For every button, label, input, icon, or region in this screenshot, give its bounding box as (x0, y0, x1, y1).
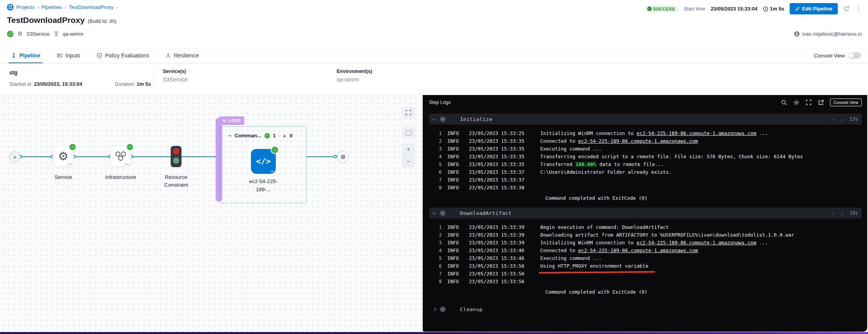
log-timestamp: 23/05/2023 15:33:39 (469, 231, 535, 239)
stage-name[interactable]: stg (9, 69, 17, 76)
chevron-down-icon[interactable] (432, 211, 436, 215)
step-success-icon: ✓ (440, 210, 446, 216)
execution-graph-canvas[interactable]: ▶ ⚙ </> ✓ Service </> ✓ Infrastructure (0, 95, 423, 332)
log-host-link[interactable]: ec2-54-225-189-86.compute-1.amazonaws.co… (578, 138, 698, 144)
success-check-icon: ✓ (127, 144, 133, 150)
title-row: TestDownloadProxy (Build Id: 30) (7, 16, 116, 25)
log-section-name: Cleanup (460, 306, 482, 312)
scroll-bottom-icon[interactable]: ↓ (841, 116, 844, 122)
log-message: Transferring encoded script to a remote … (540, 153, 803, 161)
breadcrumb-pipeline-name[interactable]: TestDownloadProxy (69, 4, 114, 10)
success-check-icon: ✓ (271, 147, 278, 153)
services-label: Service(s) (163, 69, 188, 74)
tab-inputs[interactable]: Inputs (54, 48, 83, 63)
scroll-bottom-icon[interactable]: ↓ (841, 210, 844, 216)
service-node[interactable]: ⚙ </> ✓ (53, 146, 74, 167)
search-button[interactable] (781, 100, 787, 106)
chevron-right-icon[interactable] (432, 307, 436, 311)
log-line: 6INFO23/05/2023 15:33:37C:\Users\Adminis… (434, 168, 862, 176)
step-group-name[interactable]: Comman... (235, 133, 261, 138)
code-corner-icon: </> (68, 163, 72, 166)
zoom-in-button[interactable]: + (402, 143, 415, 156)
service-tag[interactable]: S3Service (26, 31, 49, 37)
open-in-new-button[interactable] (818, 100, 824, 106)
log-text: Transferring encoded script to a remote … (540, 154, 803, 159)
log-host-link[interactable]: ec2-54-225-189-86.compute-1.amazonaws.co… (636, 240, 756, 246)
log-message: Executing command ... (540, 254, 602, 262)
log-sections: ✓Initialize↑↓13s1INFO23/05/2023 15:33:25… (423, 110, 867, 315)
log-line: 8INFO23/05/2023 15:33:38 (434, 184, 862, 192)
console-view-button[interactable]: Console View (830, 99, 862, 106)
log-host-link[interactable]: ec2-54-225-189-86.compute-1.amazonaws.co… (636, 130, 756, 136)
stop-icon (341, 155, 345, 159)
user-icon (794, 31, 800, 37)
infrastructure-node[interactable]: </> ✓ (110, 146, 131, 167)
console-view-toggle-label: Console View (814, 53, 845, 59)
loop-icon: ↻ (223, 118, 226, 123)
log-footer: Command completed with ExitCode (0) (545, 194, 862, 202)
resource-constraint-node[interactable] (171, 146, 182, 167)
log-level: INFO (447, 153, 464, 161)
execution-status-cluster: ✓ SUCCESS Start time 23/05/2023 15:33:04… (645, 3, 862, 14)
console-view-toggle[interactable] (848, 52, 861, 59)
log-level: INFO (447, 247, 464, 254)
expand-panel-button[interactable] (806, 100, 812, 106)
scroll-top-icon[interactable]: ↑ (832, 210, 835, 216)
services-value[interactable]: S3Service (163, 76, 188, 83)
refresh-button[interactable] (843, 5, 850, 12)
collapse-minus-icon[interactable]: − (228, 132, 232, 139)
environment-tag[interactable]: qa-winrm (63, 31, 83, 37)
zoom-out-button[interactable]: − (402, 156, 415, 168)
environments-value[interactable]: qa-winrm (337, 76, 372, 83)
divider (279, 133, 279, 139)
log-line: 7INFO23/05/2023 15:33:37 (434, 176, 862, 184)
user-email: ivan.mijailovic@harness.io (802, 31, 862, 37)
log-section-header[interactable]: ✓Cleanup (429, 304, 862, 315)
log-level: INFO (447, 168, 464, 176)
log-timestamp: 23/05/2023 15:33:56 (469, 270, 535, 278)
log-timestamp: 23/05/2023 15:33:35 (469, 145, 535, 153)
log-section-cleanup: ✓Cleanup (429, 304, 862, 315)
log-level: INFO (447, 231, 464, 239)
log-line: 8INFO23/05/2023 15:33:56 (434, 278, 862, 286)
toggle-knob (848, 53, 854, 58)
log-text: Executing command ... (540, 146, 602, 152)
chevron-down-icon[interactable] (432, 117, 436, 121)
more-options-button[interactable]: ⋮ (855, 5, 862, 13)
log-section-header[interactable]: ✓Initialize↑↓13s (429, 114, 862, 125)
edit-pipeline-button[interactable]: Edit Pipeline (790, 3, 838, 14)
log-timestamp: 23/05/2023 15:33:25 (469, 130, 535, 137)
log-line: 6INFO23/05/2023 15:33:56Using HTTP_PROXY… (434, 262, 862, 270)
code-corner-icon: </> (125, 163, 129, 166)
fit-selection-button[interactable] (402, 127, 415, 138)
code-corner-icon: </> (270, 170, 274, 173)
tab-pipeline[interactable]: Pipeline (9, 48, 43, 63)
end-node[interactable] (337, 151, 349, 163)
log-line-number: 2 (434, 137, 442, 145)
divider (154, 69, 154, 90)
success-check-icon: ✓ (647, 7, 652, 11)
graph-edge (74, 156, 110, 157)
log-timestamp: 23/05/2023 15:33:38 (469, 184, 535, 192)
log-message: Begin execution of command: DownloadArti… (540, 223, 669, 231)
command-step-node[interactable]: </> </> ✓ (251, 149, 276, 174)
breadcrumb-projects[interactable]: Projects (16, 4, 35, 10)
fullscreen-button[interactable] (402, 107, 415, 118)
infrastructure-node-label: Infrastructure (97, 174, 144, 180)
log-line: 1INFO23/05/2023 15:33:39Begin execution … (434, 223, 862, 231)
log-timestamp: 23/05/2023 15:33:39 (469, 239, 535, 247)
log-section-header[interactable]: ✓DownloadArtifact↑↓18s (429, 208, 862, 218)
tab-policy-evaluations[interactable]: Policy Evaluations (94, 48, 152, 63)
breadcrumb-pipelines[interactable]: Pipelines (41, 4, 62, 10)
scroll-top-icon[interactable]: ↑ (832, 116, 835, 122)
red-light-icon (173, 148, 179, 154)
log-host-link[interactable]: ec2-54-225-189-86.compute-1.amazonaws.co… (578, 247, 698, 253)
start-node[interactable]: ▶ (9, 151, 20, 162)
resilience-icon (165, 53, 171, 59)
content: ▶ ⚙ </> ✓ Service </> ✓ Infrastructure (0, 95, 868, 332)
clock-icon (763, 6, 768, 12)
log-level: INFO (447, 130, 464, 137)
log-section-name: Initialize (460, 116, 492, 122)
tab-resilience[interactable]: Resilience (163, 48, 201, 63)
log-settings-button[interactable] (793, 99, 800, 106)
